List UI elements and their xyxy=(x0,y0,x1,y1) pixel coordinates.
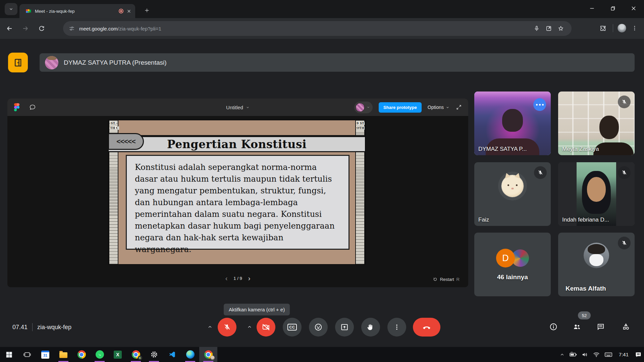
share-prototype-button[interactable]: Share prototype xyxy=(379,102,422,113)
task-view-icon xyxy=(23,351,31,359)
open-in-window-button[interactable] xyxy=(543,22,555,35)
participant-tile-faiz[interactable]: Faiz xyxy=(474,162,551,226)
reload-button[interactable] xyxy=(35,22,48,35)
fullscreen-icon[interactable] xyxy=(455,104,462,111)
toolbar-right-group xyxy=(597,22,641,34)
taskbar-chrome-active[interactable] xyxy=(199,347,217,362)
back-button[interactable] xyxy=(3,22,16,35)
participant-avatar xyxy=(501,175,524,197)
overflow-count-label: 46 lainnya xyxy=(474,274,551,281)
bookmark-button[interactable] xyxy=(555,22,567,35)
presenter-banner[interactable]: DYMAZ SATYA PUTRA (Presentasi) xyxy=(40,53,635,72)
browser-profile-avatar[interactable] xyxy=(617,23,627,33)
slide-back-button[interactable]: <<<<< xyxy=(108,133,144,150)
mic-off-icon xyxy=(621,99,627,105)
extensions-button[interactable] xyxy=(597,22,609,34)
taskbar-edge[interactable] xyxy=(181,347,199,362)
chevron-down-icon xyxy=(446,106,449,109)
edge-icon xyxy=(186,350,195,359)
activities-button[interactable] xyxy=(621,322,631,332)
kebab-menu-icon xyxy=(632,25,638,31)
chat-button[interactable] xyxy=(596,322,606,332)
options-button[interactable]: Options xyxy=(428,105,449,110)
figma-file-title[interactable]: Untitled xyxy=(226,105,250,110)
restart-shortcut: R xyxy=(457,277,460,282)
restart-prototype-button[interactable]: Restart R xyxy=(433,277,460,282)
meet-room-exit-tile[interactable] xyxy=(8,53,28,72)
mic-muted-badge xyxy=(534,166,547,179)
participant-name: Meyta Zaskiya xyxy=(562,146,599,153)
taskbar-whatsapp[interactable] xyxy=(91,347,109,362)
wifi-status[interactable] xyxy=(593,351,600,358)
browser-menu-button[interactable] xyxy=(629,22,641,34)
chrome-icon xyxy=(77,350,86,359)
chevron-up-icon xyxy=(559,352,565,358)
tab-search-button[interactable] xyxy=(5,3,17,15)
address-bar[interactable]: meet.google.com/zia-wquk-fep?pli=1 xyxy=(63,21,572,36)
participant-count-badge: 52 xyxy=(578,311,591,319)
figma-user-avatar xyxy=(356,103,365,112)
taskbar-chrome[interactable] xyxy=(72,347,91,362)
open-in-new-icon xyxy=(545,25,552,32)
next-slide-button[interactable]: › xyxy=(248,275,251,282)
forward-button[interactable] xyxy=(19,22,32,35)
participant-avatar xyxy=(584,243,609,268)
chevron-down-icon xyxy=(246,106,250,109)
meet-panel-buttons xyxy=(0,322,644,335)
presentation-slide[interactable]: ST. TH C 9 ST OTH Pengertian Konstitusi … xyxy=(108,120,366,265)
people-icon xyxy=(572,322,582,331)
system-clock[interactable]: 7:41 xyxy=(617,352,631,357)
taskbar-vscode[interactable] xyxy=(163,347,181,362)
participant-tile-overflow[interactable]: D 46 lainnya xyxy=(474,233,551,296)
presenter-name: DYMAZ SATYA PUTRA (Presentasi) xyxy=(64,59,167,66)
site-settings-icon[interactable] xyxy=(68,25,75,32)
tray-expand-button[interactable] xyxy=(559,352,565,358)
battery-status[interactable] xyxy=(569,351,577,359)
chat-icon xyxy=(596,322,605,331)
url-domain: meet.google.com xyxy=(79,26,118,32)
wifi-icon xyxy=(593,351,600,358)
new-tab-button[interactable] xyxy=(141,4,153,16)
vscode-icon xyxy=(168,351,176,358)
reload-icon xyxy=(38,25,45,32)
window-minimize-button[interactable] xyxy=(582,0,602,17)
profile-badge: K xyxy=(138,356,142,360)
participants-button[interactable] xyxy=(572,322,582,332)
system-tray: 7:41 xyxy=(559,347,642,362)
taskbar-settings[interactable] xyxy=(145,347,163,362)
comments-icon[interactable] xyxy=(29,104,36,111)
touch-keyboard-button[interactable] xyxy=(604,350,613,359)
puzzle-icon xyxy=(599,25,606,32)
meeting-details-button[interactable] xyxy=(548,322,558,332)
participant-tile-kemas[interactable]: Kemas Alfath xyxy=(558,233,635,296)
task-view-button[interactable] xyxy=(18,347,36,362)
taskbar-file-explorer[interactable] xyxy=(54,347,72,362)
windows-logo-icon xyxy=(5,351,13,358)
chevron-down-icon xyxy=(9,7,13,11)
figma-account-menu[interactable] xyxy=(354,102,373,113)
voice-search-button[interactable] xyxy=(531,22,543,35)
tab-close-icon[interactable] xyxy=(127,9,131,13)
figma-logo-icon xyxy=(14,103,19,111)
restore-icon xyxy=(609,5,616,12)
tile-more-options-button[interactable] xyxy=(533,98,546,111)
windows-taskbar: 31 X K xyxy=(0,347,644,362)
figma-toolbar: Untitled Share prototype Options xyxy=(7,99,468,116)
slide-body-box: Konstitusi adalah seperangkat norma-norm… xyxy=(126,155,350,250)
browser-toolbar: meet.google.com/zia-wquk-fep?pli=1 xyxy=(0,18,644,39)
calendar-icon: 31 xyxy=(41,351,49,359)
participant-tile-indah[interactable]: Indah febriana D... xyxy=(558,162,635,226)
taskbar-chrome-profile[interactable]: K xyxy=(127,347,145,362)
window-close-button[interactable] xyxy=(623,0,644,17)
previous-slide-button[interactable]: ‹ xyxy=(225,275,228,282)
restart-label: Restart xyxy=(440,277,454,282)
taskbar-calendar[interactable]: 31 xyxy=(36,347,54,362)
taskbar-excel[interactable]: X xyxy=(109,347,127,362)
browser-tab[interactable]: Meet - zia-wquk-fep xyxy=(19,4,135,18)
action-center-button[interactable] xyxy=(635,351,642,358)
start-button[interactable] xyxy=(0,347,18,362)
participant-tile-meyta[interactable]: Meyta Zaskiya xyxy=(558,92,635,155)
volume-status[interactable] xyxy=(581,351,589,358)
participant-tile-dymaz[interactable]: DYMAZ SATYA P... xyxy=(474,92,551,155)
window-restore-button[interactable] xyxy=(602,0,623,17)
